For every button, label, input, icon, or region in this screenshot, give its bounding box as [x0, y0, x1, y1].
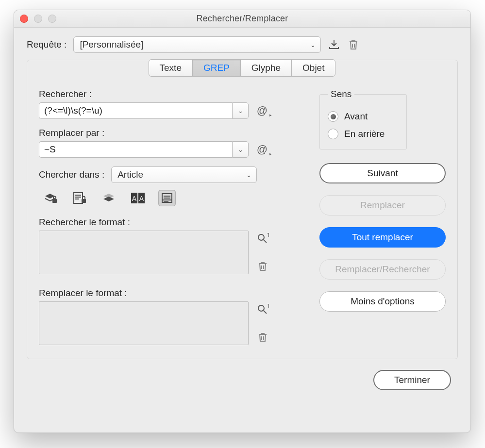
- include-locked-layers-icon[interactable]: [42, 190, 59, 206]
- window-controls: [20, 15, 56, 23]
- main-panel: Texte GREP Glyphe Objet Rechercher : (?<…: [27, 60, 458, 359]
- replace-input[interactable]: ~S: [39, 141, 232, 158]
- include-hidden-layers-icon[interactable]: [100, 190, 117, 206]
- menu-caret-icon: ▸: [269, 113, 272, 117]
- query-row: Requête : [Personnalisée] ⌄: [27, 36, 458, 53]
- svg-text:A: A: [139, 195, 144, 202]
- replace-label: Remplacer par :: [39, 128, 298, 138]
- query-select[interactable]: [Personnalisée] ⌄: [73, 36, 321, 53]
- direction-backward-row[interactable]: En arrière: [328, 129, 399, 139]
- tab-objet[interactable]: Objet: [291, 59, 335, 77]
- svg-text:T: T: [267, 232, 269, 238]
- dialog-content: Requête : [Personnalisée] ⌄: [14, 28, 470, 402]
- delete-query-button[interactable]: [347, 38, 360, 51]
- minimize-window-button[interactable]: [34, 15, 42, 23]
- chevron-down-icon: ⌄: [246, 171, 251, 179]
- query-select-value: [Personnalisée]: [80, 39, 143, 50]
- find-input[interactable]: (?<=\l)\s(?=\u): [39, 102, 232, 119]
- specify-replace-format-button[interactable]: T: [255, 302, 270, 316]
- find-format-label: Rechercher le format :: [39, 217, 298, 228]
- replace-combo: ~S ⌄: [39, 141, 249, 158]
- direction-forward-row[interactable]: Avant: [328, 111, 399, 122]
- left-column: Rechercher : (?<=\l)\s(?=\u) ⌄ @ ▸ Rempl…: [39, 89, 298, 345]
- replace-format-label: Remplacer le format :: [39, 288, 298, 299]
- save-query-button[interactable]: [328, 38, 340, 51]
- specify-find-format-button[interactable]: T: [255, 232, 270, 245]
- at-icon: @: [257, 104, 268, 117]
- find-combo: (?<=\l)\s(?=\u) ⌄: [39, 102, 249, 119]
- svg-point-8: [258, 234, 264, 240]
- direction-legend: Sens: [328, 89, 354, 100]
- chevron-down-icon: ⌄: [238, 146, 243, 153]
- svg-rect-2: [82, 199, 86, 203]
- include-master-pages-icon[interactable]: A A: [129, 190, 147, 206]
- search-option-icons: A A: [42, 190, 298, 206]
- clear-find-format-button[interactable]: [255, 260, 270, 273]
- close-window-button[interactable]: [20, 15, 28, 23]
- svg-rect-0: [52, 199, 57, 203]
- find-special-chars-button[interactable]: @ ▸: [255, 104, 269, 117]
- at-icon: @: [257, 143, 268, 156]
- tab-texte[interactable]: Texte: [149, 59, 193, 77]
- find-next-button[interactable]: Suivant: [319, 163, 446, 183]
- search-in-select[interactable]: Article ⌄: [111, 166, 257, 183]
- radio-forward-label: Avant: [344, 111, 368, 122]
- right-column: Sens Avant En arrière Suivant: [319, 89, 446, 345]
- mode-tabs: Texte GREP Glyphe Objet: [27, 60, 457, 77]
- replace-history-dropdown[interactable]: ⌄: [232, 141, 249, 158]
- radio-backward-label: En arrière: [344, 129, 385, 139]
- svg-text:T: T: [267, 303, 269, 309]
- replace-button: Remplacer: [319, 195, 446, 216]
- zoom-window-button[interactable]: [48, 15, 56, 23]
- menu-caret-icon: ▸: [269, 151, 272, 156]
- chevron-down-icon: ⌄: [238, 107, 243, 115]
- chevron-down-icon: ⌄: [310, 41, 316, 49]
- window-title: Rechercher/Remplacer: [14, 14, 470, 24]
- radio-forward[interactable]: [328, 111, 338, 122]
- find-format-box[interactable]: [39, 231, 249, 274]
- svg-point-10: [258, 305, 264, 311]
- include-locked-stories-icon[interactable]: [71, 190, 88, 206]
- tab-grep[interactable]: GREP: [192, 59, 241, 77]
- svg-rect-1: [74, 193, 83, 203]
- replace-format-box[interactable]: [39, 301, 249, 345]
- search-in-value: Article: [117, 169, 143, 180]
- radio-backward[interactable]: [328, 129, 338, 139]
- footer: Terminer: [27, 359, 458, 390]
- svg-text:A: A: [132, 195, 137, 202]
- replace-find-button: Remplacer/Rechercher: [319, 259, 446, 280]
- find-label: Rechercher :: [39, 89, 298, 100]
- include-footnotes-icon[interactable]: [158, 190, 176, 206]
- replace-special-chars-button[interactable]: @ ▸: [255, 143, 269, 156]
- search-in-label: Chercher dans :: [39, 169, 104, 180]
- done-button[interactable]: Terminer: [373, 370, 451, 390]
- less-options-button[interactable]: Moins d'options: [319, 291, 446, 312]
- find-history-dropdown[interactable]: ⌄: [232, 102, 249, 119]
- replace-all-button[interactable]: Tout remplacer: [319, 227, 446, 248]
- find-replace-window: Rechercher/Remplacer Requête : [Personna…: [14, 10, 471, 433]
- tab-glyphe[interactable]: Glyphe: [240, 59, 292, 77]
- titlebar: Rechercher/Remplacer: [14, 10, 470, 28]
- direction-group: Sens Avant En arrière: [319, 89, 407, 149]
- clear-replace-format-button[interactable]: [255, 331, 270, 344]
- query-label: Requête :: [27, 39, 67, 50]
